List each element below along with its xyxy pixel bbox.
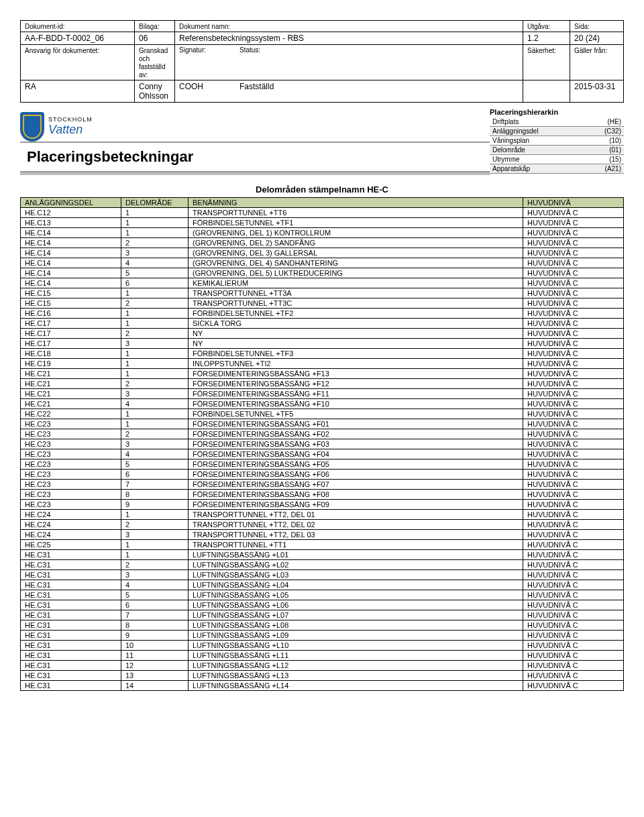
cell-d: HUVUDNIVÅ C <box>523 339 624 349</box>
value-sakerhet <box>523 80 570 103</box>
cell-d: HUVUDNIVÅ C <box>523 218 624 228</box>
hierarchy-code: (A21) <box>605 165 621 172</box>
cell-c: LUFTNINGSBASSÄNG +L02 <box>189 560 523 570</box>
value-granskad: Conny Ohlsson <box>135 80 175 103</box>
value-dok-id: AA-F-BDD-T-0002_06 <box>21 32 135 45</box>
hierarchy-code: (15) <box>609 156 621 163</box>
table-row: HE.C3114LUFTNINGSBASSÄNG +L14HUVUDNIVÅ C <box>21 681 624 691</box>
cell-a: HE.C23 <box>21 449 121 459</box>
cell-b: 1 <box>121 359 189 369</box>
cell-d: HUVUDNIVÅ C <box>523 480 624 490</box>
cell-c: FÖRSEDIMENTERINGSBASSÄNG +F07 <box>189 480 523 490</box>
cell-a: HE.C23 <box>21 470 121 480</box>
cell-b: 9 <box>121 500 189 510</box>
cell-b: 12 <box>121 661 189 671</box>
cell-b: 3 <box>121 339 189 349</box>
cell-c: TRANSPORTTUNNEL +TT2, DEL 02 <box>189 520 523 530</box>
cell-b: 5 <box>121 459 189 470</box>
table-row: HE.C161FÖRBINDELSETUNNEL +TF2HUVUDNIVÅ C <box>21 309 624 319</box>
table-row: HE.C172NYHUVUDNIVÅ C <box>21 329 624 339</box>
label-sakerhet: Säkerhet: <box>527 47 556 54</box>
cell-b: 3 <box>121 439 189 449</box>
table-row: HE.C231FÖRSEDIMENTERINGSBASSÄNG +F01HUVU… <box>21 419 624 429</box>
hierarchy-row: Anläggningsdel(C32) <box>490 127 624 136</box>
cell-d: HUVUDNIVÅ C <box>523 409 624 419</box>
cell-b: 5 <box>121 590 189 600</box>
cell-a: HE.C14 <box>21 228 121 238</box>
cell-c: LUFTNINGSBASSÄNG +L01 <box>189 550 523 560</box>
cell-d: HUVUDNIVÅ C <box>523 661 624 671</box>
cell-d: HUVUDNIVÅ C <box>523 349 624 359</box>
table-row: HE.C319LUFTNINGSBASSÄNG +L09HUVUDNIVÅ C <box>21 631 624 641</box>
cell-d: HUVUDNIVÅ C <box>523 520 624 530</box>
table-row: HE.C316LUFTNINGSBASSÄNG +L06HUVUDNIVÅ C <box>21 600 624 610</box>
cell-b: 3 <box>121 530 189 540</box>
cell-b: 5 <box>121 268 189 278</box>
table-row: HE.C121TRANSPORTTUNNEL +TT6HUVUDNIVÅ C <box>21 208 624 218</box>
label-dok-namn: Dokument namn: <box>179 23 230 30</box>
table-row: HE.C131FÖRBINDELSETUNNEL +TF1HUVUDNIVÅ C <box>21 218 624 228</box>
table-row: HE.C151TRANSPORTTUNNEL +TT3AHUVUDNIVÅ C <box>21 288 624 298</box>
value-signatur: COOH <box>179 82 239 91</box>
cell-a: HE.C16 <box>21 309 121 319</box>
cell-a: HE.C14 <box>21 248 121 258</box>
cell-a: HE.C23 <box>21 429 121 439</box>
cell-d: HUVUDNIVÅ C <box>523 319 624 329</box>
cell-d: HUVUDNIVÅ C <box>523 560 624 570</box>
label-utgava: Utgåva: <box>527 23 550 30</box>
table-row: HE.C144(GROVRENING, DEL 4) SANDHANTERING… <box>21 258 624 268</box>
cell-c: FÖRSEDIMENTERINGSBASSÄNG +F04 <box>189 449 523 459</box>
cell-b: 1 <box>121 309 189 319</box>
cell-a: HE.C25 <box>21 540 121 550</box>
hierarchy-row: Apparatskåp(A21) <box>490 164 624 174</box>
hierarchy-row: Driftplats(HE) <box>490 117 624 127</box>
cell-a: HE.C31 <box>21 580 121 590</box>
cell-d: HUVUDNIVÅ C <box>523 419 624 429</box>
cell-d: HUVUDNIVÅ C <box>523 490 624 500</box>
cell-c: LUFTNINGSBASSÄNG +L07 <box>189 610 523 620</box>
cell-d: HUVUDNIVÅ C <box>523 610 624 620</box>
table-row: HE.C241TRANSPORTTUNNEL +TT2, DEL 01HUVUD… <box>21 510 624 520</box>
cell-a: HE.C31 <box>21 560 121 570</box>
cell-a: HE.C31 <box>21 610 121 620</box>
cell-c: LUFTNINGSBASSÄNG +L09 <box>189 631 523 641</box>
cell-d: HUVUDNIVÅ C <box>523 298 624 309</box>
table-row: HE.C311LUFTNINGSBASSÄNG +L01HUVUDNIVÅ C <box>21 550 624 560</box>
table-row: HE.C145(GROVRENING, DEL 5) LUKTREDUCERIN… <box>21 268 624 278</box>
cell-c: LUFTNINGSBASSÄNG +L03 <box>189 570 523 580</box>
cell-c: FÖRSEDIMENTERINGSBASSÄNG +F11 <box>189 389 523 399</box>
table-row: HE.C233FÖRSEDIMENTERINGSBASSÄNG +F03HUVU… <box>21 439 624 449</box>
table-row: HE.C146KEMIKALIERUMHUVUDNIVÅ C <box>21 278 624 288</box>
cell-b: 2 <box>121 429 189 439</box>
table-row: HE.C314LUFTNINGSBASSÄNG +L04HUVUDNIVÅ C <box>21 580 624 590</box>
hierarchy-code: (10) <box>609 137 621 144</box>
cell-c: (GROVRENING, DEL 3) GALLERSAL <box>189 248 523 258</box>
cell-c: (GROVRENING, DEL 2) SANDFÅNG <box>189 238 523 248</box>
label-dok-id: Dokument-id: <box>25 23 64 30</box>
table-row: HE.C318LUFTNINGSBASSÄNG +L08HUVUDNIVÅ C <box>21 620 624 631</box>
cell-a: HE.C31 <box>21 651 121 661</box>
table-row: HE.C214FÖRSEDIMENTERINGSBASSÄNG +F10HUVU… <box>21 399 624 409</box>
cell-d: HUVUDNIVÅ C <box>523 671 624 681</box>
cell-d: HUVUDNIVÅ C <box>523 470 624 480</box>
cell-d: HUVUDNIVÅ C <box>523 379 624 389</box>
cell-c: TRANSPORTTUNNEL +TT3C <box>189 298 523 309</box>
cell-d: HUVUDNIVÅ C <box>523 500 624 510</box>
cell-b: 1 <box>121 228 189 238</box>
value-utgava: 1.2 <box>523 32 570 45</box>
cell-b: 8 <box>121 620 189 631</box>
cell-d: HUVUDNIVÅ C <box>523 238 624 248</box>
cell-c: NY <box>189 329 523 339</box>
cell-b: 3 <box>121 248 189 258</box>
cell-d: HUVUDNIVÅ C <box>523 268 624 278</box>
value-galler: 2015-03-31 <box>570 80 624 103</box>
table-row: HE.C141(GROVRENING, DEL 1) KONTROLLRUMHU… <box>21 228 624 238</box>
cell-b: 9 <box>121 631 189 641</box>
cell-d: HUVUDNIVÅ C <box>523 359 624 369</box>
table-row: HE.C142(GROVRENING, DEL 2) SANDFÅNGHUVUD… <box>21 238 624 248</box>
cell-b: 1 <box>121 349 189 359</box>
table-row: HE.C317LUFTNINGSBASSÄNG +L07HUVUDNIVÅ C <box>21 610 624 620</box>
document-metadata-table: Dokument-id: Bilaga: Dokument namn: Utgå… <box>20 20 624 103</box>
cell-b: 1 <box>121 550 189 560</box>
value-dok-namn: Referensbeteckningssystem - RBS <box>175 32 523 45</box>
